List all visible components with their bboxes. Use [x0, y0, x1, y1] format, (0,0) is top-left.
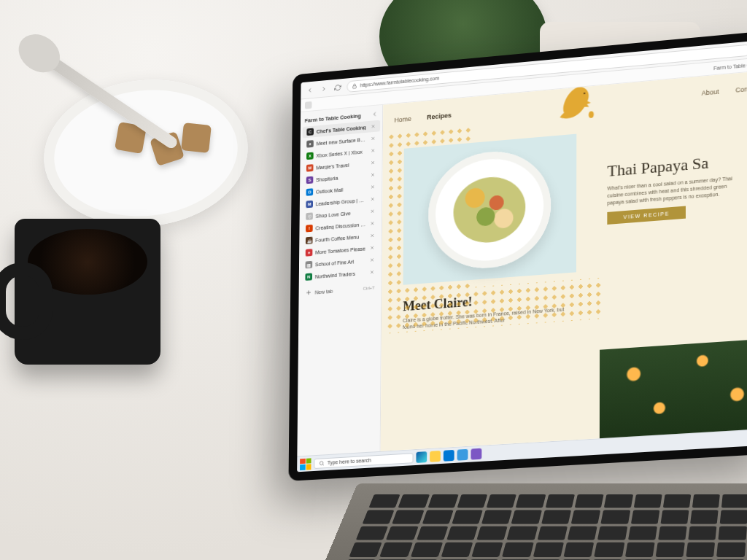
tab-label: Margie's Travel: [316, 160, 367, 170]
collapse-tabs-icon[interactable]: [371, 110, 379, 118]
vertical-tabs-panel: Farm to Table Cooking CChef's Table Cook…: [297, 105, 383, 456]
tab-label: Northwind Traders: [315, 270, 366, 279]
taskbar-app-edge[interactable]: [416, 451, 427, 463]
tab-favicon: M: [306, 164, 314, 172]
tab-favicon: ●: [306, 140, 314, 148]
lock-icon: [352, 82, 357, 88]
new-tab-shortcut: Ctrl+T: [363, 286, 375, 291]
screen-bezel: https://www.farmtotablecooking.com Farm …: [288, 30, 747, 481]
close-tab-icon[interactable]: [369, 233, 375, 238]
tab-favicon: M: [306, 201, 313, 209]
tab-label: Outlook Mail: [316, 185, 367, 195]
tab-favicon: S: [306, 176, 314, 184]
taskbar-app-generic[interactable]: [471, 448, 481, 460]
hero-image-wrap: [390, 120, 592, 286]
tab-label: Shop Love Give: [316, 209, 367, 218]
close-tab-icon[interactable]: [370, 136, 376, 141]
close-tab-icon[interactable]: [370, 147, 376, 153]
tab-favicon: O: [306, 188, 314, 196]
svg-rect-0: [353, 85, 357, 88]
forward-button[interactable]: [319, 83, 328, 94]
refresh-button[interactable]: [333, 82, 343, 93]
view-recipe-button[interactable]: VIEW RECIPE: [607, 206, 686, 225]
close-tab-icon[interactable]: [370, 172, 376, 178]
nav-recipes[interactable]: Recipes: [427, 112, 452, 121]
page-title: Farm to Table Cooking: [713, 61, 747, 71]
tab-label: More Tomatoes Please: [315, 246, 366, 254]
hero-copy: Thai Papaya Sa What's nicer than a cool …: [604, 104, 747, 271]
tab-favicon: ▥: [306, 261, 313, 269]
search-icon: [319, 460, 325, 466]
svg-point-5: [589, 111, 594, 118]
tab-label: Fourth Coffee Menu: [315, 233, 366, 242]
laptop-device: https://www.farmtotablecooking.com Farm …: [263, 36, 747, 560]
url-text: https://www.farmtotablecooking.com: [360, 76, 440, 88]
nav-home[interactable]: Home: [395, 115, 411, 124]
taskbar-app-explorer[interactable]: [430, 451, 441, 462]
coffee-mug: [15, 219, 160, 365]
tab-label: Creating Discussion Guidelines: [315, 222, 366, 230]
close-tab-icon[interactable]: [370, 220, 376, 226]
tab-label: Xbox Series X | Xbox: [316, 149, 367, 158]
tab-favicon: ☕: [306, 237, 313, 245]
hero-section: Thai Papaya Sa What's nicer than a cool …: [382, 104, 747, 287]
taskbar-search[interactable]: Type here to search: [314, 453, 413, 469]
tab-favicon: N: [305, 273, 312, 281]
close-tab-icon[interactable]: [370, 208, 376, 214]
dish-plate: [428, 147, 551, 272]
webpage: Home Recipes About: [381, 70, 747, 451]
hero-body: What's nicer than a cool salad on a summ…: [607, 174, 741, 206]
hero-image: [403, 134, 577, 285]
snack-plate: [36, 70, 255, 236]
new-tab-button[interactable]: New tab Ctrl+T: [301, 281, 379, 300]
tab-label: Shopitoria: [316, 173, 367, 182]
laptop-keyboard: [311, 483, 747, 560]
browser-body: Farm to Table Cooking CChef's Table Cook…: [297, 70, 747, 456]
plus-icon: [305, 289, 312, 297]
taskbar-app-mail[interactable]: [444, 450, 454, 462]
close-tab-icon[interactable]: [370, 160, 376, 166]
close-tab-icon[interactable]: [369, 257, 375, 262]
tab-favicon: ♡: [306, 212, 313, 220]
close-tab-icon[interactable]: [369, 269, 375, 275]
close-tab-icon[interactable]: [369, 245, 375, 251]
tab-favicon: !: [306, 225, 313, 233]
tab-label: Meet new Surface Book 3or 15.5": [317, 136, 368, 146]
tab-favicon: X: [306, 152, 314, 160]
new-tab-label: New tab: [315, 288, 333, 295]
close-tab-icon[interactable]: [370, 196, 376, 202]
taskbar-search-placeholder: Type here to search: [328, 458, 371, 465]
tab-label: School of Fine Art: [315, 258, 366, 267]
taskbar-app-store[interactable]: [457, 449, 468, 461]
nav-contact[interactable]: Contact: [735, 85, 747, 94]
page-favicon: [305, 101, 312, 109]
tab-label: Chef's Table Cooking: [317, 125, 368, 134]
sugar-cube: [181, 122, 212, 153]
screen: https://www.farmtotablecooking.com Farm …: [297, 39, 747, 472]
close-tab-icon[interactable]: [370, 184, 376, 190]
tab-favicon: C: [306, 128, 314, 136]
start-button[interactable]: [300, 458, 311, 470]
tab-label: Leadership Group | Microsoft: [316, 197, 367, 206]
back-button[interactable]: [305, 85, 314, 96]
papaya-salad-photo: [453, 174, 525, 245]
tab-favicon: ●: [306, 249, 313, 257]
nav-about[interactable]: About: [702, 88, 719, 97]
garden-photo: [600, 338, 747, 438]
close-tab-icon[interactable]: [371, 123, 376, 129]
